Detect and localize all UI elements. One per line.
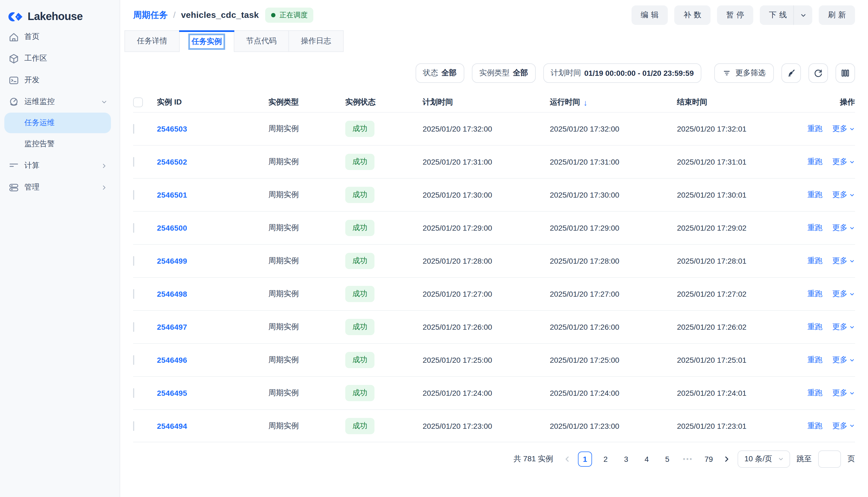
pause-button[interactable]: 暂停 [717,5,753,25]
rerun-link[interactable]: 重跑 [807,421,823,431]
tab-node-code[interactable]: 节点代码 [234,30,289,52]
refresh-list-button[interactable] [809,63,828,83]
sidebar-item-develop[interactable]: 开发 [0,69,120,91]
rerun-link[interactable]: 重跑 [807,355,823,365]
plan-time-filter-value: 01/19 00:00:00 - 01/20 23:59:59 [584,69,694,77]
sort-desc-icon[interactable]: ↓ [583,98,588,107]
pagination-page-3[interactable]: 3 [619,452,633,467]
brand-logo[interactable]: Lakehouse [0,0,120,26]
jump-page-input[interactable] [818,451,841,468]
prev-page-icon[interactable] [563,455,572,464]
more-link[interactable]: 更多 [832,355,855,365]
rerun-link[interactable]: 重跑 [807,124,823,134]
row-checkbox[interactable] [133,322,134,332]
run-time-cell: 2025/01/20 17:32:00 [550,125,677,133]
instance-id-link[interactable]: 2546498 [157,290,187,298]
instance-id-link[interactable]: 2546495 [157,389,187,397]
status-badge: 成功 [345,385,375,401]
edit-button[interactable]: 编辑 [632,5,668,25]
instance-id-link[interactable]: 2546501 [157,190,187,199]
rerun-link[interactable]: 重跑 [807,157,823,167]
status-filter[interactable]: 状态 全部 [415,63,464,83]
page-size-select[interactable]: 10 条/页 [737,451,790,468]
rerun-link[interactable]: 重跑 [807,388,823,398]
header-actions: 编辑 补数 暂停 下线 刷新 [632,5,855,25]
sidebar-item-home[interactable]: 首页 [0,26,120,48]
sidebar-item-workspace[interactable]: 工作区 [0,48,120,69]
server-stack-icon [8,182,19,193]
row-checkbox[interactable] [133,256,134,266]
instance-id-link[interactable]: 2546494 [157,422,187,430]
rerun-link[interactable]: 重跑 [807,289,823,299]
row-checkbox[interactable] [133,157,134,167]
more-link[interactable]: 更多 [832,190,855,200]
more-link[interactable]: 更多 [832,388,855,398]
more-link[interactable]: 更多 [832,223,855,233]
plan-time-filter[interactable]: 计划时间 01/19 00:00:00 - 01/20 23:59:59 [543,63,701,83]
run-time-cell: 2025/01/20 17:28:00 [550,257,677,265]
offline-split-button[interactable]: 下线 [760,5,812,25]
tab-task-details[interactable]: 任务详情 [125,30,180,52]
pagination-page-1[interactable]: 1 [578,452,592,467]
rerun-link[interactable]: 重跑 [807,190,823,200]
row-checkbox[interactable] [133,223,134,233]
chevron-down-icon [799,12,807,19]
offline-dropdown-trigger[interactable] [794,12,812,19]
row-checkbox[interactable] [133,421,134,431]
row-actions: 重跑 更多 [804,124,855,134]
more-link[interactable]: 更多 [832,289,855,299]
pagination-page-5[interactable]: 5 [660,452,674,467]
next-page-icon[interactable] [722,455,731,464]
rerun-link[interactable]: 重跑 [807,223,823,233]
gauge-icon [8,96,19,108]
more-link[interactable]: 更多 [832,124,855,134]
instance-id-link[interactable]: 2546503 [157,125,187,133]
instance-type-cell: 周期实例 [269,190,345,200]
sidebar-item-ops-monitoring[interactable]: 运维监控 [0,91,120,113]
row-checkbox[interactable] [133,289,134,299]
pagination-page-79[interactable]: 79 [701,452,716,467]
instance-id-link[interactable]: 2546500 [157,224,187,232]
tab-task-instances[interactable]: 任务实例 [180,30,234,52]
row-checkbox[interactable] [133,190,134,200]
sidebar-item-admin[interactable]: 管理 [0,176,120,198]
sidebar-item-label: 监控告警 [24,139,55,149]
tab-operation-log[interactable]: 操作日志 [289,30,344,52]
more-link[interactable]: 更多 [832,322,855,332]
pagination-page-2[interactable]: 2 [598,452,612,467]
row-checkbox[interactable] [133,355,134,365]
instance-type-cell: 周期实例 [269,256,345,266]
instance-type-filter[interactable]: 实例类型 全部 [472,63,535,83]
refresh-button[interactable]: 刷新 [819,5,855,25]
column-settings-button[interactable] [836,63,855,83]
col-plan-time: 计划时间 [423,97,550,107]
pagination-ellipsis[interactable]: ••• [681,452,695,467]
instance-type-filter-label: 实例类型 [479,68,509,78]
pagination-page-4[interactable]: 4 [640,452,654,467]
backfill-button[interactable]: 补数 [674,5,710,25]
instance-id-link[interactable]: 2546496 [157,356,187,364]
more-filters-button[interactable]: 更多筛选 [714,63,774,83]
more-link[interactable]: 更多 [832,421,855,431]
more-link[interactable]: 更多 [832,256,855,266]
instance-id-link[interactable]: 2546499 [157,257,187,265]
select-all-checkbox[interactable] [133,97,143,107]
more-link-label: 更多 [832,421,848,431]
col-run-time-label: 运行时间 [550,97,580,107]
rerun-link[interactable]: 重跑 [807,322,823,332]
clear-filters-button[interactable] [781,63,801,83]
sidebar-item-task-ops[interactable]: 任务运维 [4,113,111,133]
breadcrumb-parent-link[interactable]: 周期任务 [133,10,168,21]
more-link-label: 更多 [832,289,848,299]
rerun-link[interactable]: 重跑 [807,256,823,266]
more-link[interactable]: 更多 [832,157,855,167]
sidebar-item-monitor-alert[interactable]: 监控告警 [0,133,120,155]
row-actions: 重跑 更多 [804,289,855,299]
row-checkbox[interactable] [133,124,134,134]
col-instance-status: 实例状态 [345,97,423,107]
sidebar-item-compute[interactable]: 计算 [0,155,120,176]
instance-id-link[interactable]: 2546502 [157,158,187,166]
row-checkbox[interactable] [133,388,134,398]
instance-id-link[interactable]: 2546497 [157,323,187,331]
col-run-time[interactable]: 运行时间 ↓ [550,97,677,107]
